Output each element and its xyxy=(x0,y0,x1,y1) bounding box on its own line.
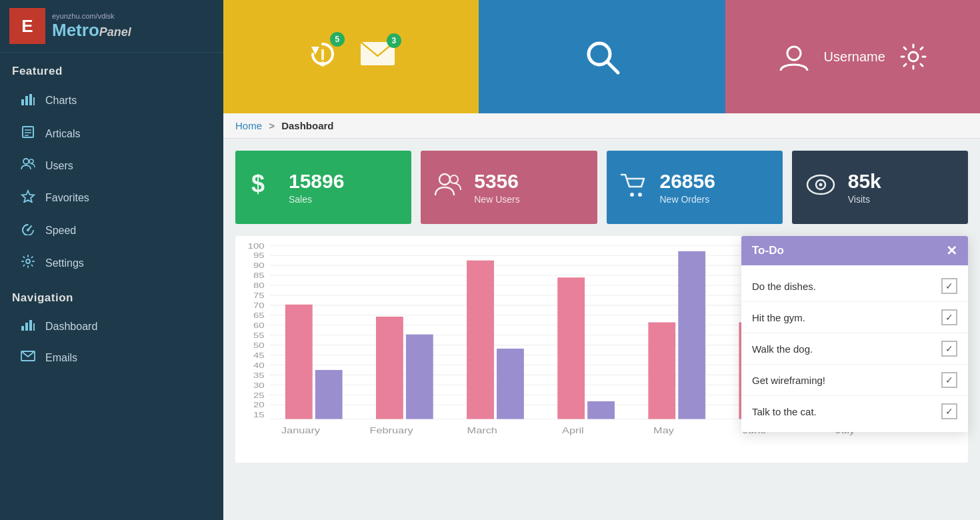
svg-rect-17 xyxy=(25,323,28,331)
todo-item-3: Get wireframing! ✓ xyxy=(741,365,968,396)
breadcrumb-home[interactable]: Home xyxy=(235,120,262,131)
svg-point-9 xyxy=(29,159,33,163)
logo-brand: MetroPanel xyxy=(52,20,131,41)
sidebar: E eyunzhu.com/vdisk MetroPanel Featured … xyxy=(0,0,223,520)
gear-icon[interactable] xyxy=(899,42,928,71)
svg-rect-3 xyxy=(33,97,35,105)
todo-body: Do the dishes. ✓ Hit the gym. ✓ Walk the… xyxy=(741,265,968,432)
sidebar-item-articles[interactable]: Articals xyxy=(0,117,223,150)
svg-point-15 xyxy=(26,259,30,263)
sidebar-item-speed[interactable]: Speed xyxy=(0,214,223,247)
topbar-notifications: 5 3 xyxy=(223,0,479,113)
svg-text:100: 100 xyxy=(248,243,265,250)
svg-line-26 xyxy=(607,62,618,73)
sidebar-item-emails-label: Emails xyxy=(45,352,77,364)
svg-point-36 xyxy=(819,183,822,186)
notifications-mail[interactable]: 3 xyxy=(359,39,396,75)
svg-rect-1 xyxy=(25,96,28,105)
stat-card-users: 5356 New Users xyxy=(421,151,597,224)
topbar: 5 3 Username xyxy=(223,0,980,113)
todo-check-1[interactable]: ✓ xyxy=(941,309,957,325)
sidebar-item-favorites-label: Favorites xyxy=(45,192,89,204)
svg-text:70: 70 xyxy=(253,301,265,310)
svg-point-8 xyxy=(23,159,29,164)
new-orders-number: 26856 xyxy=(660,170,715,193)
svg-point-14 xyxy=(27,229,29,231)
svg-text:25: 25 xyxy=(253,391,265,399)
svg-rect-75 xyxy=(376,317,403,419)
settings-icon xyxy=(19,255,37,271)
search-icon xyxy=(582,37,622,77)
notifications-refresh[interactable]: 5 xyxy=(306,37,339,77)
visits-icon xyxy=(805,173,836,203)
dashboard-icon xyxy=(19,318,37,335)
new-orders-label: New Orders xyxy=(660,194,715,205)
topbar-search[interactable] xyxy=(479,0,725,113)
main-content: 5 3 Username xyxy=(223,0,980,520)
svg-point-22 xyxy=(320,61,325,67)
svg-text:65: 65 xyxy=(253,311,265,320)
svg-text:35: 35 xyxy=(253,371,265,379)
sidebar-item-emails[interactable]: Emails xyxy=(0,343,223,373)
svg-text:January: January xyxy=(281,426,321,435)
mail-badge: 3 xyxy=(387,33,401,48)
svg-text:40: 40 xyxy=(253,361,265,369)
sidebar-item-users-label: Users xyxy=(45,160,73,172)
svg-point-30 xyxy=(439,174,450,185)
todo-item-2: Walk the dog. ✓ xyxy=(741,333,968,365)
section-navigation: Navigation xyxy=(0,279,223,310)
svg-text:95: 95 xyxy=(253,251,265,260)
svg-rect-23 xyxy=(321,49,324,60)
stat-card-visits: 85k Visits xyxy=(792,151,968,224)
new-users-label: New Users xyxy=(474,194,519,205)
svg-rect-2 xyxy=(29,94,32,105)
stat-card-sales: $ 15896 Sales xyxy=(235,151,411,224)
sidebar-item-favorites[interactable]: Favorites xyxy=(0,181,223,214)
chart-area: ✕ 100 95 90 85 80 75 70 65 60 55 50 45 4… xyxy=(223,224,980,520)
svg-point-32 xyxy=(630,193,634,197)
svg-rect-80 xyxy=(587,401,615,419)
svg-rect-81 xyxy=(648,322,675,419)
todo-panel: To-Do ✕ Do the dishes. ✓ Hit the gym. ✓ … xyxy=(741,236,968,432)
stats-row: $ 15896 Sales 5356 New Users xyxy=(223,139,980,224)
speed-icon xyxy=(19,222,37,239)
todo-header: To-Do ✕ xyxy=(741,236,968,265)
todo-item-text-2: Walk the dog. xyxy=(752,343,813,355)
sidebar-item-settings-label: Settings xyxy=(45,257,84,269)
svg-rect-19 xyxy=(33,323,35,331)
favorites-icon xyxy=(19,189,37,206)
svg-text:60: 60 xyxy=(253,321,265,330)
svg-point-27 xyxy=(787,47,801,60)
todo-close-button[interactable]: ✕ xyxy=(946,244,957,257)
sidebar-logo: E eyunzhu.com/vdisk MetroPanel xyxy=(0,0,223,53)
user-avatar-icon xyxy=(777,40,811,73)
sidebar-item-dashboard[interactable]: Dashboard xyxy=(0,310,223,343)
todo-check-4[interactable]: ✓ xyxy=(941,403,957,419)
svg-text:55: 55 xyxy=(253,331,265,339)
svg-rect-73 xyxy=(285,305,313,419)
sidebar-item-users[interactable]: Users xyxy=(0,150,223,181)
new-orders-info: 26856 New Orders xyxy=(660,170,715,205)
todo-item-text-0: Do the dishes. xyxy=(752,281,816,292)
svg-rect-82 xyxy=(678,251,705,419)
sales-info: 15896 Sales xyxy=(289,170,344,205)
svg-text:20: 20 xyxy=(253,401,265,409)
svg-text:75: 75 xyxy=(253,291,265,300)
svg-rect-16 xyxy=(21,326,24,331)
svg-text:30: 30 xyxy=(253,381,265,389)
todo-check-0[interactable]: ✓ xyxy=(941,278,957,294)
svg-rect-74 xyxy=(315,370,343,419)
logo-site: eyunzhu.com/vdisk xyxy=(52,12,131,20)
svg-text:April: April xyxy=(562,426,584,435)
sidebar-item-charts[interactable]: Charts xyxy=(0,83,223,117)
sidebar-item-charts-label: Charts xyxy=(45,95,77,107)
topbar-user: Username xyxy=(725,0,981,113)
new-users-icon xyxy=(434,173,462,203)
todo-check-3[interactable]: ✓ xyxy=(941,372,957,388)
sidebar-item-settings[interactable]: Settings xyxy=(0,247,223,279)
sales-label: Sales xyxy=(289,194,344,205)
visits-number: 85k xyxy=(848,170,881,193)
svg-text:February: February xyxy=(369,426,413,435)
todo-check-2[interactable]: ✓ xyxy=(941,341,957,357)
sidebar-item-articles-label: Articals xyxy=(45,128,80,140)
